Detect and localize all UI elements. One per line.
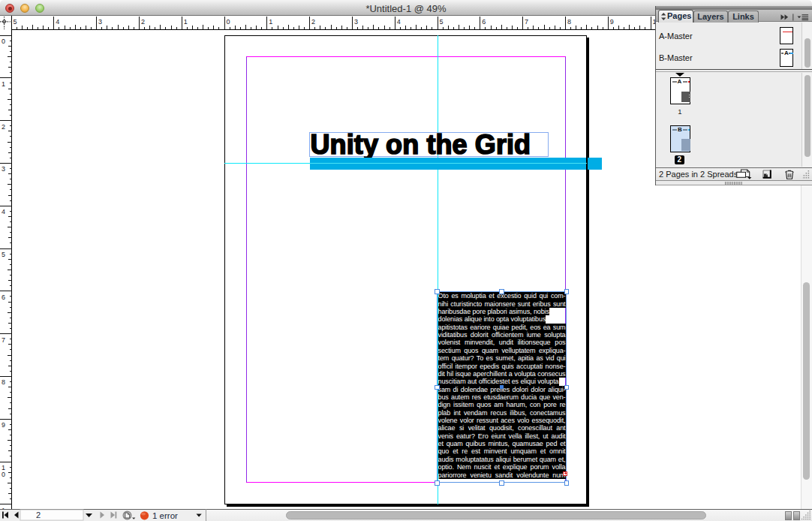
svg-text:0: 0 [2,471,5,478]
svg-text:2: 2 [36,510,41,519]
svg-text:3: 3 [98,18,102,26]
svg-text:6: 6 [482,18,486,26]
svg-text:9: 9 [2,421,5,429]
svg-text:7: 7 [525,18,528,26]
svg-text:8: 8 [567,18,571,26]
svg-text:6: 6 [2,294,5,301]
svg-text:4: 4 [56,18,59,26]
svg-text:1: 1 [184,18,188,26]
svg-text:5: 5 [2,251,5,258]
svg-text:2: 2 [311,18,315,26]
svg-text:3: 3 [354,18,358,26]
svg-text:1: 1 [269,18,272,26]
svg-text:2: 2 [2,123,5,131]
svg-text:2: 2 [141,18,145,26]
svg-text:4: 4 [397,18,401,26]
svg-text:8: 8 [2,378,5,386]
svg-text:4: 4 [2,208,5,215]
svg-text:9: 9 [610,18,614,26]
svg-text:1 error: 1 error [152,511,178,520]
svg-text:0: 0 [227,18,230,26]
svg-text:0: 0 [2,38,5,45]
svg-text:1: 1 [2,80,5,88]
svg-text:7: 7 [2,336,5,344]
svg-text:5: 5 [14,18,17,26]
svg-text:3: 3 [2,165,5,173]
svg-text:5: 5 [440,18,444,26]
